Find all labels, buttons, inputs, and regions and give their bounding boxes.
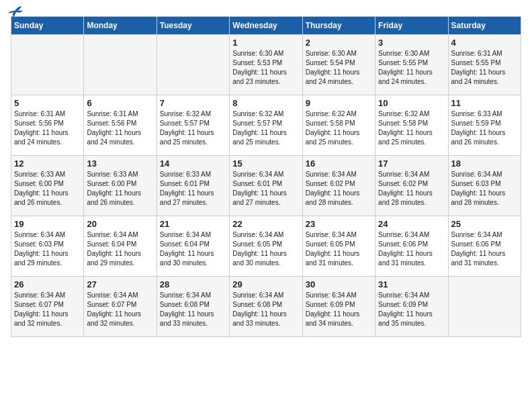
day-number: 22 bbox=[232, 219, 299, 229]
calendar-cell: 4Sunrise: 6:31 AM Sunset: 5:55 PM Daylig… bbox=[448, 35, 521, 95]
day-info: Sunrise: 6:34 AM Sunset: 6:04 PM Dayligh… bbox=[87, 230, 153, 268]
day-info: Sunrise: 6:32 AM Sunset: 5:58 PM Dayligh… bbox=[306, 109, 372, 147]
calendar-cell: 23Sunrise: 6:34 AM Sunset: 6:05 PM Dayli… bbox=[302, 216, 375, 277]
calendar-cell: 15Sunrise: 6:34 AM Sunset: 6:01 PM Dayli… bbox=[230, 156, 302, 216]
calendar-cell: 28Sunrise: 6:34 AM Sunset: 6:08 PM Dayli… bbox=[157, 277, 229, 337]
calendar-cell: 31Sunrise: 6:34 AM Sunset: 6:09 PM Dayli… bbox=[375, 277, 448, 337]
day-number: 6 bbox=[87, 98, 153, 108]
day-number: 5 bbox=[14, 98, 81, 108]
day-number: 9 bbox=[306, 98, 372, 108]
calendar-cell: 3Sunrise: 6:30 AM Sunset: 5:55 PM Daylig… bbox=[375, 35, 448, 95]
day-number: 27 bbox=[87, 279, 153, 289]
day-info: Sunrise: 6:32 AM Sunset: 5:58 PM Dayligh… bbox=[378, 109, 445, 147]
weekday-header-monday: Monday bbox=[84, 17, 157, 35]
calendar-cell bbox=[84, 35, 157, 95]
day-info: Sunrise: 6:34 AM Sunset: 6:08 PM Dayligh… bbox=[232, 291, 299, 328]
day-info: Sunrise: 6:34 AM Sunset: 6:02 PM Dayligh… bbox=[306, 170, 372, 208]
calendar-cell: 7Sunrise: 6:32 AM Sunset: 5:57 PM Daylig… bbox=[157, 95, 229, 156]
day-number: 2 bbox=[306, 38, 372, 48]
calendar-week-row: 26Sunrise: 6:34 AM Sunset: 6:07 PM Dayli… bbox=[11, 277, 521, 337]
day-info: Sunrise: 6:34 AM Sunset: 6:05 PM Dayligh… bbox=[232, 230, 299, 268]
day-info: Sunrise: 6:34 AM Sunset: 6:01 PM Dayligh… bbox=[232, 170, 299, 208]
day-info: Sunrise: 6:30 AM Sunset: 5:55 PM Dayligh… bbox=[378, 49, 445, 87]
day-info: Sunrise: 6:34 AM Sunset: 6:03 PM Dayligh… bbox=[14, 230, 81, 268]
day-number: 28 bbox=[160, 279, 226, 289]
day-info: Sunrise: 6:34 AM Sunset: 6:06 PM Dayligh… bbox=[451, 230, 518, 268]
day-info: Sunrise: 6:34 AM Sunset: 6:08 PM Dayligh… bbox=[160, 291, 226, 328]
calendar-cell: 24Sunrise: 6:34 AM Sunset: 6:06 PM Dayli… bbox=[375, 216, 448, 277]
calendar-cell: 22Sunrise: 6:34 AM Sunset: 6:05 PM Dayli… bbox=[230, 216, 302, 277]
weekday-header-wednesday: Wednesday bbox=[230, 17, 302, 35]
day-info: Sunrise: 6:34 AM Sunset: 6:03 PM Dayligh… bbox=[451, 170, 518, 208]
day-number: 18 bbox=[451, 158, 518, 169]
calendar-cell: 16Sunrise: 6:34 AM Sunset: 6:02 PM Dayli… bbox=[302, 156, 375, 216]
calendar-cell: 26Sunrise: 6:34 AM Sunset: 6:07 PM Dayli… bbox=[11, 277, 84, 337]
day-info: Sunrise: 6:31 AM Sunset: 5:56 PM Dayligh… bbox=[14, 109, 81, 147]
day-info: Sunrise: 6:33 AM Sunset: 5:59 PM Dayligh… bbox=[451, 109, 518, 147]
day-number: 26 bbox=[14, 279, 81, 289]
day-info: Sunrise: 6:32 AM Sunset: 5:57 PM Dayligh… bbox=[232, 109, 299, 147]
day-number: 12 bbox=[14, 158, 81, 169]
day-number: 19 bbox=[14, 219, 81, 229]
calendar-cell: 20Sunrise: 6:34 AM Sunset: 6:04 PM Dayli… bbox=[84, 216, 157, 277]
calendar-cell: 8Sunrise: 6:32 AM Sunset: 5:57 PM Daylig… bbox=[230, 95, 302, 156]
weekday-header-saturday: Saturday bbox=[448, 17, 521, 35]
calendar-cell: 29Sunrise: 6:34 AM Sunset: 6:08 PM Dayli… bbox=[230, 277, 302, 337]
day-number: 16 bbox=[306, 158, 372, 169]
day-info: Sunrise: 6:34 AM Sunset: 6:05 PM Dayligh… bbox=[306, 230, 372, 268]
calendar-cell: 1Sunrise: 6:30 AM Sunset: 5:53 PM Daylig… bbox=[230, 35, 302, 95]
calendar-cell: 9Sunrise: 6:32 AM Sunset: 5:58 PM Daylig… bbox=[302, 95, 375, 156]
weekday-header-row: SundayMondayTuesdayWednesdayThursdayFrid… bbox=[11, 17, 521, 35]
calendar-cell: 18Sunrise: 6:34 AM Sunset: 6:03 PM Dayli… bbox=[448, 156, 521, 216]
calendar-cell: 30Sunrise: 6:34 AM Sunset: 6:09 PM Dayli… bbox=[302, 277, 375, 337]
calendar-cell: 10Sunrise: 6:32 AM Sunset: 5:58 PM Dayli… bbox=[375, 95, 448, 156]
calendar-week-row: 1Sunrise: 6:30 AM Sunset: 5:53 PM Daylig… bbox=[11, 35, 521, 95]
day-info: Sunrise: 6:33 AM Sunset: 6:01 PM Dayligh… bbox=[160, 170, 226, 208]
day-number: 15 bbox=[232, 158, 299, 169]
calendar-cell bbox=[157, 35, 229, 95]
day-info: Sunrise: 6:34 AM Sunset: 6:02 PM Dayligh… bbox=[378, 170, 445, 208]
day-number: 25 bbox=[451, 219, 518, 229]
calendar-cell: 5Sunrise: 6:31 AM Sunset: 5:56 PM Daylig… bbox=[11, 95, 84, 156]
calendar-cell bbox=[448, 277, 521, 337]
calendar-cell: 2Sunrise: 6:30 AM Sunset: 5:54 PM Daylig… bbox=[302, 35, 375, 95]
day-info: Sunrise: 6:34 AM Sunset: 6:07 PM Dayligh… bbox=[87, 291, 153, 328]
day-number: 14 bbox=[160, 158, 226, 169]
day-number: 1 bbox=[232, 38, 299, 48]
day-info: Sunrise: 6:34 AM Sunset: 6:04 PM Dayligh… bbox=[160, 230, 226, 268]
calendar-cell: 19Sunrise: 6:34 AM Sunset: 6:03 PM Dayli… bbox=[11, 216, 84, 277]
calendar-week-row: 5Sunrise: 6:31 AM Sunset: 5:56 PM Daylig… bbox=[11, 95, 521, 156]
calendar-cell: 12Sunrise: 6:33 AM Sunset: 6:00 PM Dayli… bbox=[11, 156, 84, 216]
weekday-header-friday: Friday bbox=[375, 17, 448, 35]
day-info: Sunrise: 6:34 AM Sunset: 6:09 PM Dayligh… bbox=[306, 291, 372, 328]
day-info: Sunrise: 6:34 AM Sunset: 6:06 PM Dayligh… bbox=[378, 230, 445, 268]
day-number: 24 bbox=[378, 219, 445, 229]
day-info: Sunrise: 6:32 AM Sunset: 5:57 PM Dayligh… bbox=[160, 109, 226, 147]
calendar-cell: 25Sunrise: 6:34 AM Sunset: 6:06 PM Dayli… bbox=[448, 216, 521, 277]
weekday-header-thursday: Thursday bbox=[302, 17, 375, 35]
day-number: 11 bbox=[451, 98, 518, 108]
day-number: 3 bbox=[378, 38, 445, 48]
day-number: 7 bbox=[160, 98, 226, 108]
calendar-week-row: 12Sunrise: 6:33 AM Sunset: 6:00 PM Dayli… bbox=[11, 156, 521, 216]
day-info: Sunrise: 6:34 AM Sunset: 6:07 PM Dayligh… bbox=[14, 291, 81, 328]
day-info: Sunrise: 6:33 AM Sunset: 6:00 PM Dayligh… bbox=[14, 170, 81, 208]
day-number: 31 bbox=[378, 279, 445, 289]
day-info: Sunrise: 6:31 AM Sunset: 5:56 PM Dayligh… bbox=[87, 109, 153, 147]
day-number: 20 bbox=[87, 219, 153, 229]
weekday-header-sunday: Sunday bbox=[11, 17, 84, 35]
day-number: 13 bbox=[87, 158, 153, 169]
day-number: 30 bbox=[306, 279, 372, 289]
day-info: Sunrise: 6:34 AM Sunset: 6:09 PM Dayligh… bbox=[378, 291, 445, 328]
calendar-cell: 14Sunrise: 6:33 AM Sunset: 6:01 PM Dayli… bbox=[157, 156, 229, 216]
calendar-cell: 6Sunrise: 6:31 AM Sunset: 5:56 PM Daylig… bbox=[84, 95, 157, 156]
day-number: 17 bbox=[378, 158, 445, 169]
calendar-cell: 17Sunrise: 6:34 AM Sunset: 6:02 PM Dayli… bbox=[375, 156, 448, 216]
day-info: Sunrise: 6:30 AM Sunset: 5:53 PM Dayligh… bbox=[232, 49, 299, 87]
day-number: 23 bbox=[306, 219, 372, 229]
calendar-cell: 11Sunrise: 6:33 AM Sunset: 5:59 PM Dayli… bbox=[448, 95, 521, 156]
day-info: Sunrise: 6:31 AM Sunset: 5:55 PM Dayligh… bbox=[451, 49, 518, 87]
day-number: 29 bbox=[232, 279, 299, 289]
logo-bird-icon bbox=[8, 5, 23, 17]
day-number: 21 bbox=[160, 219, 226, 229]
